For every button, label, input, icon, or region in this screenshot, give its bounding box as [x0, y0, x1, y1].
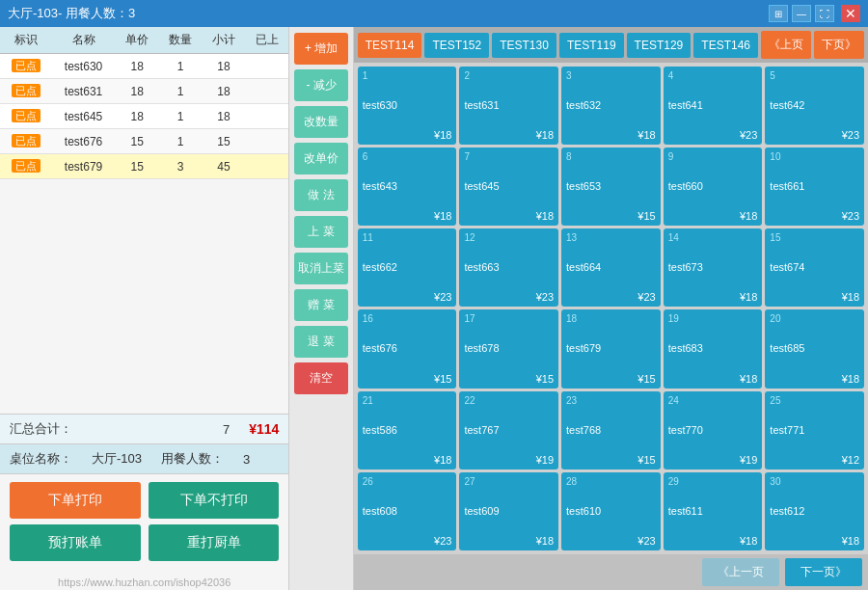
item-name: test685	[770, 341, 859, 355]
row-name: test630	[51, 54, 115, 79]
item-price: ¥18	[464, 129, 554, 141]
item-name: test661	[770, 179, 859, 193]
row-qty: 1	[159, 79, 203, 104]
item-card[interactable]: 8 test653 ¥15	[561, 148, 661, 226]
item-card[interactable]: 1 test630 ¥18	[358, 67, 457, 145]
table-row[interactable]: 已点 test630 18 1 18	[0, 54, 288, 79]
item-card[interactable]: 7 test645 ¥18	[459, 148, 558, 226]
item-num: 25	[770, 395, 859, 406]
table-header-row: 标识 名称 单价 数量 小计 已上	[0, 27, 288, 54]
item-card[interactable]: 17 test678 ¥15	[459, 309, 558, 388]
middle-action-btn-3[interactable]: 改单价	[294, 143, 347, 174]
item-card[interactable]: 29 test611 ¥18	[664, 472, 763, 550]
item-card[interactable]: 25 test771 ¥12	[765, 391, 864, 469]
item-card[interactable]: 2 test631 ¥18	[459, 67, 558, 145]
item-name: test678	[464, 341, 554, 355]
item-card[interactable]: 14 test673 ¥18	[664, 228, 763, 307]
item-num: 28	[566, 476, 656, 487]
item-price: ¥12	[770, 454, 859, 466]
item-price: ¥15	[363, 373, 452, 385]
item-price: ¥23	[464, 291, 554, 303]
middle-action-btn-7[interactable]: 赠 菜	[294, 289, 347, 321]
action-buttons-area: 下单打印 下单不打印 预打账单 重打厨单	[0, 473, 288, 575]
pre-bill-button[interactable]: 预打账单	[10, 524, 141, 561]
tab-btn-0[interactable]: TEST114	[358, 33, 422, 58]
watermark: https://www.huzhan.com/ishop42036	[0, 575, 288, 590]
row-status: 已点	[0, 54, 51, 79]
item-name: test586	[363, 423, 452, 437]
item-card[interactable]: 9 test660 ¥18	[664, 148, 763, 226]
row-served	[245, 129, 288, 154]
item-card[interactable]: 28 test610 ¥23	[561, 472, 661, 550]
tab-btn-3[interactable]: TEST119	[559, 33, 624, 58]
title-icons: ⊞ — ⛶	[769, 5, 834, 22]
table-row[interactable]: 已点 test679 15 3 45	[0, 154, 288, 179]
item-card[interactable]: 24 test770 ¥19	[664, 391, 763, 469]
item-card[interactable]: 18 test679 ¥15	[561, 309, 661, 388]
item-card[interactable]: 13 test664 ¥23	[561, 228, 661, 307]
item-card[interactable]: 23 test768 ¥15	[561, 391, 661, 469]
item-card[interactable]: 10 test661 ¥23	[765, 148, 864, 226]
item-card[interactable]: 5 test642 ¥23	[765, 67, 864, 145]
summary-label: 汇总合计：	[10, 420, 72, 438]
middle-action-btn-9[interactable]: 清空	[294, 362, 347, 394]
item-num: 6	[363, 151, 452, 162]
guest-label: 用餐人数：	[161, 450, 224, 468]
minimize-icon[interactable]: ⊞	[769, 5, 788, 22]
middle-action-btn-4[interactable]: 做 法	[294, 179, 347, 211]
tab-btn-4[interactable]: TEST129	[627, 33, 692, 58]
table-row[interactable]: 已点 test631 18 1 18	[0, 79, 288, 104]
guest-value: 3	[243, 452, 250, 467]
middle-action-btn-1[interactable]: - 减少	[294, 69, 347, 101]
tab-btn-6[interactable]: 《上页	[761, 31, 811, 59]
tab-btn-2[interactable]: TEST130	[492, 33, 556, 58]
tab-btn-1[interactable]: TEST152	[424, 33, 489, 58]
item-card[interactable]: 19 test683 ¥18	[664, 309, 763, 388]
middle-action-btn-0[interactable]: + 增加	[294, 33, 347, 65]
item-card[interactable]: 12 test663 ¥23	[459, 228, 558, 307]
tab-btn-5[interactable]: TEST146	[693, 33, 758, 58]
row-status: 已点	[0, 129, 51, 154]
tab-btn-7[interactable]: 下页》	[814, 31, 864, 59]
row-status: 已点	[0, 104, 51, 129]
item-num: 15	[770, 232, 859, 243]
item-card[interactable]: 30 test612 ¥18	[765, 472, 864, 550]
item-card[interactable]: 16 test676 ¥15	[358, 309, 457, 388]
order-print-button[interactable]: 下单打印	[10, 482, 141, 519]
item-name: test609	[464, 504, 554, 518]
rechef-button[interactable]: 重打厨单	[149, 524, 280, 561]
item-card[interactable]: 11 test662 ¥23	[358, 228, 457, 307]
item-name: test771	[770, 423, 859, 437]
middle-action-btn-5[interactable]: 上 菜	[294, 216, 347, 248]
item-name: test662	[363, 260, 452, 274]
middle-action-btn-2[interactable]: 改数量	[294, 106, 347, 138]
tab-row: TEST114TEST152TEST130TEST119TEST129TEST1…	[354, 27, 868, 63]
item-card[interactable]: 3 test632 ¥18	[561, 67, 661, 145]
item-card[interactable]: 15 test674 ¥18	[765, 228, 864, 307]
table-row[interactable]: 已点 test645 18 1 18	[0, 104, 288, 129]
row-status: 已点	[0, 79, 51, 104]
middle-action-btn-6[interactable]: 取消上菜	[294, 253, 347, 284]
item-card[interactable]: 4 test641 ¥23	[664, 67, 763, 145]
item-name: test642	[770, 98, 859, 112]
item-card[interactable]: 21 test586 ¥18	[358, 391, 457, 469]
item-card[interactable]: 20 test685 ¥18	[765, 309, 864, 388]
camera-icon[interactable]: ⛶	[815, 5, 834, 22]
item-card[interactable]: 6 test643 ¥18	[358, 148, 457, 226]
next-page-button[interactable]: 下一页》	[785, 558, 862, 586]
item-num: 7	[464, 151, 554, 162]
col-served: 已上	[245, 27, 288, 54]
item-card[interactable]: 27 test609 ¥18	[459, 472, 558, 550]
middle-action-btn-8[interactable]: 退 菜	[294, 326, 347, 358]
restore-icon[interactable]: —	[792, 5, 811, 22]
item-num: 12	[464, 232, 554, 243]
table-row[interactable]: 已点 test676 15 1 15	[0, 129, 288, 154]
close-button[interactable]: ✕	[841, 5, 860, 22]
prev-page-button[interactable]: 《上一页	[702, 558, 779, 586]
order-no-print-button[interactable]: 下单不打印	[149, 482, 280, 519]
item-card[interactable]: 26 test608 ¥23	[358, 472, 457, 550]
btn-row-2: 预打账单 重打厨单	[10, 524, 279, 561]
col-qty: 数量	[159, 27, 203, 54]
left-panel: 标识 名称 单价 数量 小计 已上 已点 test630 18 1 18 已点 …	[0, 27, 289, 590]
item-card[interactable]: 22 test767 ¥19	[459, 391, 558, 469]
